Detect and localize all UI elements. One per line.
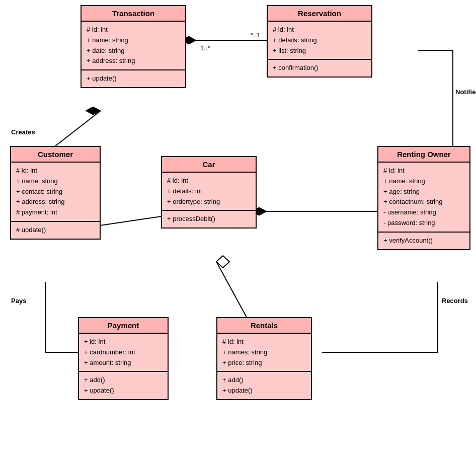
creates-label: Creates — [11, 128, 35, 136]
svg-line-4 — [93, 216, 161, 226]
payment-class: Payment + id: int+ cardnumber: int+ amou… — [78, 317, 169, 400]
car-attributes: # id: int+ details: int+ ordertype: stri… — [162, 173, 256, 211]
reservation-attributes: # id: int+ details: string+ list: string — [268, 22, 371, 60]
renting-owner-methods: + verifyAccount() — [378, 233, 469, 249]
svg-marker-3 — [86, 107, 101, 115]
payment-methods: + add()+ update() — [79, 372, 168, 399]
rentals-title: Rentals — [217, 318, 311, 334]
renting-owner-title: Renting Owner — [378, 147, 469, 163]
uml-diagram: Transaction # id: int+ name: string+ dat… — [0, 0, 476, 453]
transaction-title: Transaction — [82, 6, 185, 22]
car-class: Car # id: int+ details: int+ ordertype: … — [161, 156, 257, 229]
svg-line-2 — [55, 111, 101, 146]
svg-marker-12 — [216, 256, 229, 268]
records-label: Records — [442, 297, 468, 305]
rentals-methods: + add()+ update() — [217, 372, 311, 399]
reservation-methods: + confirmation() — [268, 60, 371, 77]
notifies-label: Notifies — [455, 88, 476, 96]
pays-label: Pays — [11, 297, 26, 305]
rentals-attributes: # id: int+ names: string+ price: string — [217, 334, 311, 372]
customer-class: Customer # id: int+ name: string+ contac… — [10, 146, 101, 240]
customer-methods: # update() — [11, 222, 100, 239]
transaction-methods: + update() — [82, 70, 185, 87]
reservation-title: Reservation — [268, 6, 371, 22]
transaction-class: Transaction # id: int+ name: string+ dat… — [81, 5, 186, 88]
customer-title: Customer — [11, 147, 100, 163]
reservation-class: Reservation # id: int+ details: string+ … — [267, 5, 372, 78]
payment-title: Payment — [79, 318, 168, 334]
customer-attributes: # id: int+ name: string+ contact: string… — [11, 163, 100, 222]
mult-one-star: 1..* — [200, 44, 210, 52]
renting-owner-class: Renting Owner # id: int+ name: string+ a… — [377, 146, 470, 250]
car-methods: + processDebit() — [162, 211, 256, 228]
transaction-attributes: # id: int+ name: string+ date: string+ a… — [82, 22, 185, 70]
rentals-class: Rentals # id: int+ names: string+ price:… — [216, 317, 312, 400]
car-title: Car — [162, 157, 256, 173]
svg-line-11 — [216, 262, 247, 317]
renting-owner-attributes: # id: int+ name: string+ age: string+ co… — [378, 163, 469, 233]
mult-star-one: *..1 — [251, 31, 261, 39]
payment-attributes: + id: int+ cardnumber: int+ amount: stri… — [79, 334, 168, 372]
